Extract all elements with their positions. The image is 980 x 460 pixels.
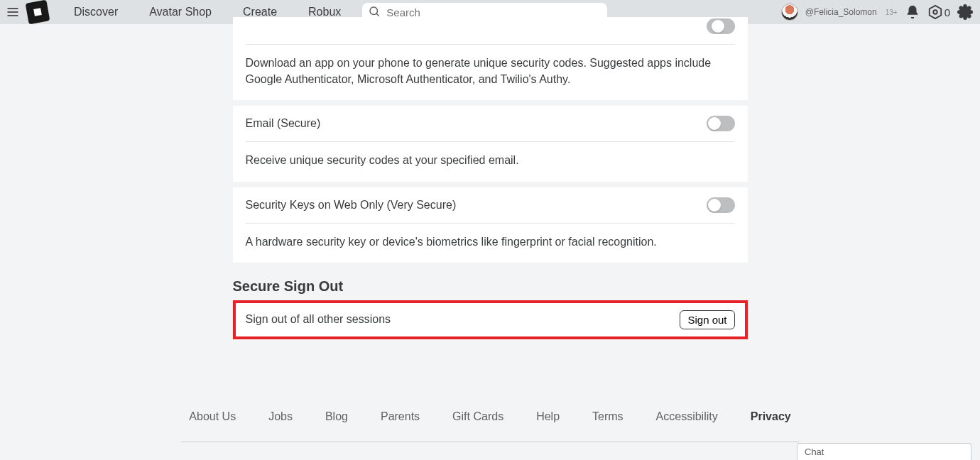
footer-link-gift-cards[interactable]: Gift Cards bbox=[452, 410, 503, 423]
settings-gear-icon[interactable] bbox=[957, 4, 973, 20]
robux-balance[interactable]: 0 bbox=[927, 4, 950, 20]
username-label[interactable]: @Felicia_Solomon bbox=[805, 7, 877, 17]
footer-link-terms[interactable]: Terms bbox=[592, 410, 624, 423]
divider bbox=[246, 44, 735, 45]
roblox-logo-icon[interactable] bbox=[26, 0, 50, 24]
security-keys-card: Security Keys on Web Only (Very Secure) … bbox=[233, 187, 748, 263]
security-keys-toggle[interactable] bbox=[707, 197, 735, 213]
notifications-icon[interactable] bbox=[905, 4, 920, 20]
email-title: Email (Secure) bbox=[246, 117, 321, 130]
footer-link-jobs[interactable]: Jobs bbox=[268, 410, 293, 423]
robux-icon bbox=[927, 4, 943, 20]
divider bbox=[246, 223, 735, 224]
footer-link-about[interactable]: About Us bbox=[189, 410, 236, 423]
settings-content: Authenticator App (Very Secure) Download… bbox=[233, 17, 748, 339]
email-card: Email (Secure) Receive unique security c… bbox=[233, 106, 748, 181]
footer-links: About Us Jobs Blog Parents Gift Cards He… bbox=[181, 410, 799, 442]
svg-point-3 bbox=[370, 7, 378, 15]
user-area: @Felicia_Solomon 13+ 0 bbox=[781, 4, 973, 21]
divider bbox=[246, 141, 735, 142]
authenticator-toggle[interactable] bbox=[707, 18, 735, 34]
search-input[interactable] bbox=[386, 6, 601, 18]
email-desc: Receive unique security codes at your sp… bbox=[246, 152, 735, 168]
robux-count: 0 bbox=[944, 6, 950, 18]
email-toggle[interactable] bbox=[707, 116, 735, 131]
hamburger-menu-icon[interactable] bbox=[3, 2, 23, 22]
chat-label: Chat bbox=[805, 447, 824, 457]
nav-link-avatar-shop[interactable]: Avatar Shop bbox=[149, 6, 212, 18]
chat-tab[interactable]: Chat bbox=[797, 443, 971, 460]
svg-line-4 bbox=[376, 13, 379, 16]
footer-link-parents[interactable]: Parents bbox=[381, 410, 420, 423]
authenticator-desc: Download an app on your phone to generat… bbox=[246, 55, 735, 87]
secure-sign-out-header: Secure Sign Out bbox=[233, 278, 748, 295]
footer-link-accessibility[interactable]: Accessibility bbox=[656, 410, 718, 423]
svg-point-6 bbox=[933, 10, 937, 14]
footer-link-help[interactable]: Help bbox=[536, 410, 560, 423]
security-keys-title: Security Keys on Web Only (Very Secure) bbox=[246, 199, 457, 212]
age-badge: 13+ bbox=[886, 9, 898, 16]
nav-link-discover[interactable]: Discover bbox=[74, 6, 118, 18]
avatar[interactable] bbox=[781, 4, 798, 21]
footer-link-privacy[interactable]: Privacy bbox=[751, 410, 791, 423]
footer-link-blog[interactable]: Blog bbox=[325, 410, 348, 423]
sign-out-card: Sign out of all other sessions Sign out bbox=[233, 300, 748, 339]
footer: About Us Jobs Blog Parents Gift Cards He… bbox=[181, 410, 799, 460]
security-keys-desc: A hardware security key or device's biom… bbox=[246, 234, 735, 250]
sign-out-button[interactable]: Sign out bbox=[680, 310, 734, 329]
authenticator-card: Authenticator App (Very Secure) Download… bbox=[233, 17, 748, 100]
sign-out-label: Sign out of all other sessions bbox=[246, 313, 391, 326]
svg-marker-5 bbox=[929, 6, 941, 18]
